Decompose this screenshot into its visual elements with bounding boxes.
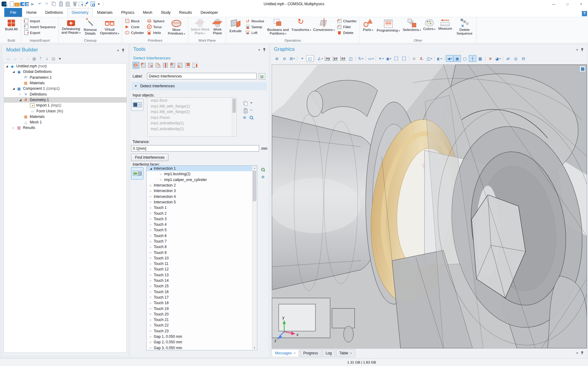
build-all-button[interactable]: Build All — [3, 17, 19, 31]
copy-icon[interactable] — [51, 1, 57, 7]
input-object-item[interactable]: imp1.antirattleclip(1) — [148, 120, 236, 126]
graphics-canvas[interactable]: y x z — [272, 64, 587, 349]
tree-item[interactable]: Parameters 1 — [4, 75, 126, 80]
zoom-to-selection-icon[interactable] — [260, 167, 266, 172]
tree-item[interactable]: Definitions — [4, 91, 126, 97]
tab-file[interactable]: File — [4, 8, 22, 17]
tree-item[interactable]: Geometry 1 — [4, 97, 126, 103]
face-list-item[interactable]: imp1.caliper_one_cylinder — [147, 177, 257, 183]
open-file-icon[interactable] — [14, 3, 20, 6]
face-list-item[interactable]: Touch 21 — [147, 317, 257, 323]
face-list-item[interactable]: Touch 5 — [147, 227, 257, 233]
tab-close-icon[interactable]: × — [294, 351, 296, 355]
center-view-icon[interactable]: ⌖ — [299, 55, 306, 62]
faces-list-scrollbar[interactable]: ▲ ▼ — [252, 166, 257, 350]
deselect-box-icon[interactable] — [400, 55, 408, 62]
tab-strip-caret-icon[interactable]: ▾ — [576, 351, 578, 355]
block-button[interactable]: Block — [124, 18, 145, 24]
cap-faces-icon[interactable] — [155, 62, 161, 69]
face-list-item[interactable]: Touch 2 — [147, 210, 257, 216]
scroll-up-icon[interactable]: ▲ — [252, 166, 257, 170]
list-expand-icon[interactable] — [160, 173, 164, 175]
helix-button[interactable]: Helix — [146, 30, 166, 36]
tree-item[interactable]: Mesh 1 — [4, 119, 126, 125]
list-expand-icon[interactable] — [160, 178, 164, 181]
input-object-item[interactable]: imp1.M8_with_flange(2) — [148, 109, 236, 115]
tree-item[interactable]: Materials — [4, 114, 126, 119]
face-list-item[interactable]: Touch 7 — [147, 239, 257, 244]
measure-button[interactable]: Measure — [437, 17, 454, 30]
rename-icon[interactable]: ▤ — [259, 73, 265, 80]
export-button[interactable]: Export — [23, 30, 57, 36]
input-object-item[interactable]: imp1.M8_with_flange(1) — [148, 104, 236, 109]
detect-interferences-icon[interactable] — [133, 62, 139, 69]
tab-mesh[interactable]: Mesh — [139, 8, 157, 17]
face-list-item[interactable]: Touch 4 — [147, 222, 257, 227]
conversions-button[interactable]: Conversions — [313, 17, 335, 32]
detect-interferences-link[interactable]: Detect Interferences — [133, 56, 171, 60]
defeaturing-icon[interactable] — [147, 62, 154, 69]
face-list-item[interactable]: Intersection 4 — [147, 194, 257, 199]
face-list-item[interactable]: Touch 13 — [147, 272, 257, 278]
virtual-operations-button[interactable]: Virtual Operations — [99, 17, 120, 36]
face-list-item[interactable]: Intersection 5 — [147, 199, 257, 205]
image-effects-icon[interactable]: ☀ — [377, 55, 385, 62]
select-box-icon[interactable] — [393, 55, 400, 62]
face-list-item[interactable]: Touch 19 — [147, 306, 257, 311]
tree-item[interactable]: Import 1 (imp1) — [4, 103, 126, 108]
view-xy-icon[interactable]: xy — [324, 55, 331, 62]
face-list-item[interactable]: Touch 17 — [147, 295, 257, 300]
move-down-icon[interactable]: ↓ — [25, 56, 31, 61]
input-object-item[interactable]: imp1.Boot — [148, 98, 236, 104]
face-list-item[interactable]: Gap 2, 0.050 mm — [147, 339, 257, 345]
list-expand-icon[interactable] — [150, 324, 154, 327]
node-label-icon[interactable]: ▤ — [51, 56, 56, 61]
update-view-icon[interactable]: ⇄ — [504, 55, 512, 62]
pin-icon[interactable] — [262, 48, 266, 52]
save-icon[interactable] — [20, 2, 24, 6]
clipping-icon[interactable]: ◐ — [436, 55, 443, 62]
face-list-item[interactable]: Touch 9 — [147, 250, 257, 255]
face-list-item[interactable]: Touch 15 — [147, 283, 257, 289]
list-expand-icon[interactable] — [150, 307, 154, 310]
move-up-icon[interactable]: ↑ — [18, 56, 24, 61]
sweep-button[interactable]: Sweep — [244, 24, 266, 30]
paste-icon[interactable] — [58, 1, 64, 7]
fillet-button[interactable]: Fillet — [336, 24, 358, 30]
add-icon[interactable]: + — [248, 100, 254, 106]
gap-faces-icon[interactable] — [191, 62, 198, 69]
defeaturing-and-repair-button[interactable]: Defeaturing and Repair — [60, 17, 82, 35]
tab-results[interactable]: Results — [175, 8, 196, 17]
revolve-button[interactable]: Revolve — [244, 18, 266, 24]
list-expand-icon[interactable] — [150, 206, 154, 209]
split-faces-icon[interactable] — [162, 62, 169, 69]
faces-active-toggle[interactable] — [131, 167, 143, 179]
list-expand-icon[interactable] — [150, 313, 154, 315]
face-list-item[interactable]: Intersection 2 — [147, 183, 257, 188]
chamfer-button[interactable]: Chamfer — [336, 18, 358, 24]
copy-icon[interactable] — [242, 100, 247, 106]
list-expand-icon[interactable] — [150, 296, 154, 299]
face-list-item[interactable]: Intersection 1 — [147, 166, 257, 171]
more-primitives-button[interactable]: More Primitives — [166, 17, 187, 36]
close-button[interactable]: × — [574, 0, 588, 8]
list-expand-icon[interactable] — [150, 302, 154, 304]
delete-icon[interactable] — [72, 1, 78, 7]
selections-button[interactable]: Selections — [402, 17, 422, 32]
face-list-item[interactable]: Touch 16 — [147, 289, 257, 295]
redo-icon[interactable]: ↷ — [43, 1, 50, 7]
expand-all-icon[interactable]: ⇡ — [38, 56, 43, 61]
face-list-item[interactable]: Touch 3 — [147, 216, 257, 222]
new-file-icon[interactable] — [10, 2, 14, 6]
list-expand-icon[interactable] — [150, 201, 154, 203]
select-icon[interactable] — [79, 2, 83, 6]
face-list-item[interactable]: Intersection 3 — [147, 188, 257, 194]
snapshot-icon[interactable]: ◎ — [512, 55, 519, 62]
minimize-button[interactable]: — — [547, 0, 560, 8]
face-list-item[interactable]: Touch 12 — [147, 266, 257, 272]
sphere-button[interactable]: Sphere — [146, 18, 166, 24]
find-interferences-button[interactable]: Find Interferences — [131, 154, 168, 161]
remove-icon[interactable]: − — [248, 107, 254, 113]
tab-table[interactable]: Table × — [336, 349, 355, 357]
transparency-icon[interactable]: ▣ — [454, 55, 461, 62]
